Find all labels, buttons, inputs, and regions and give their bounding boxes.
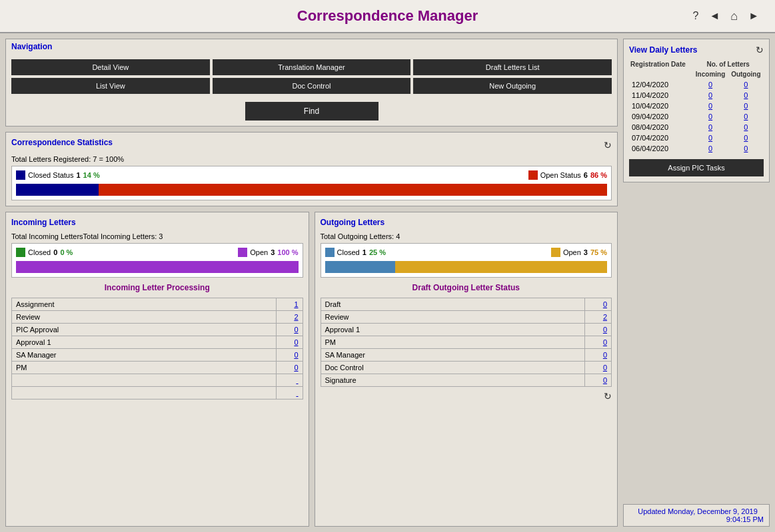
navigation-buttons: Detail View Translation Manager Draft Le… xyxy=(6,54,617,99)
outgoing-title: Outgoing Letters xyxy=(321,218,612,227)
table-row: PM0 xyxy=(321,336,612,349)
table-row: Doc Control0 xyxy=(321,362,612,374)
table-row: 10/04/2020 0 0 xyxy=(629,101,764,111)
table-row: Assignment1 xyxy=(12,298,303,311)
outgoing-draft-table: Draft0 Review2 Approval 10 PM0 SA Manage… xyxy=(321,298,612,387)
closed-color-swatch xyxy=(16,170,25,180)
new-outgoing-button[interactable]: New Outgoing xyxy=(413,78,612,94)
table-row: Approval 10 xyxy=(12,336,303,349)
table-row xyxy=(12,387,303,399)
table-row: 06/04/2020 0 0 xyxy=(629,143,764,154)
table-row: 07/04/2020 0 0 xyxy=(629,133,764,143)
app-header: Correspondence Manager ? ◄ ⌂ ► xyxy=(0,0,775,33)
outgoing-open-bar xyxy=(395,261,607,273)
stats-refresh-icon[interactable]: ↻ xyxy=(604,140,612,150)
main-content: Navigation Detail View Translation Manag… xyxy=(0,33,775,532)
draft-letters-list-button[interactable]: Draft Letters List xyxy=(413,59,612,75)
table-subheader-row: Incoming Outgoing xyxy=(629,69,764,79)
table-row: 12/04/2020 0 0 xyxy=(629,79,764,90)
table-header-row: Registration Date No. of Letters xyxy=(629,59,764,69)
assign-pic-button[interactable]: Assign PIC Tasks xyxy=(629,159,764,176)
incoming-closed-swatch xyxy=(16,248,25,257)
bottom-panels: Incoming Letters Total Incoming LettersT… xyxy=(5,212,618,527)
translation-manager-button[interactable]: Translation Manager xyxy=(213,59,411,75)
table-row: PIC Approval0 xyxy=(12,324,303,336)
open-color-swatch xyxy=(528,170,538,180)
table-row xyxy=(12,374,303,387)
table-row: SA Manager0 xyxy=(321,349,612,362)
home-button[interactable]: ⌂ xyxy=(728,8,740,25)
navigation-title: Navigation xyxy=(6,39,617,54)
incoming-total: Total Incoming LettersTotal Incoming Let… xyxy=(11,232,303,240)
incoming-open-legend: Open 3 100 % xyxy=(238,248,298,257)
daily-letters-table: Registration Date No. of Letters Incomin… xyxy=(629,59,764,154)
outgoing-refresh-icon[interactable]: ↻ xyxy=(604,391,612,401)
navigation-section: Navigation Detail View Translation Manag… xyxy=(5,39,618,127)
find-row: Find xyxy=(6,99,617,126)
help-button[interactable]: ? xyxy=(690,9,702,23)
table-row: 11/04/2020 0 0 xyxy=(629,90,764,101)
table-row: SA Manager0 xyxy=(12,349,303,362)
closed-legend: Closed Status 1 14 % xyxy=(16,170,100,180)
footer-text: Updated Monday, December 9, 2019 9:04:15… xyxy=(623,504,770,527)
open-legend: Open Status 6 86 % xyxy=(528,170,607,180)
table-row: 08/04/2020 0 0 xyxy=(629,122,764,133)
outgoing-legend-row: Closed 1 25 % Open 3 75 % xyxy=(325,248,608,257)
detail-view-button[interactable]: Detail View xyxy=(11,59,210,75)
statistics-chart: Closed Status 1 14 % Open Status 6 86 % xyxy=(11,166,612,200)
table-row: PM0 xyxy=(12,362,303,374)
outgoing-open-legend: Open 3 75 % xyxy=(551,248,607,257)
app-title: Correspondence Manager xyxy=(13,7,762,25)
outgoing-closed-legend: Closed 1 25 % xyxy=(325,248,386,257)
outgoing-closed-swatch xyxy=(325,248,335,257)
processing-title: Incoming Letter Processing xyxy=(11,283,303,292)
table-row: Approval 10 xyxy=(321,324,612,336)
outgoing-bar xyxy=(325,261,608,273)
table-row: 09/04/2020 0 0 xyxy=(629,111,764,122)
header-controls: ? ◄ ⌂ ► xyxy=(690,8,762,25)
incoming-processing-table: Assignment1 Review2 PIC Approval0 Approv… xyxy=(11,298,303,399)
stats-header-row: Correspondence Statistics ↻ xyxy=(11,138,612,152)
doc-control-button[interactable]: Doc Control xyxy=(213,78,411,94)
outgoing-chart: Closed 1 25 % Open 3 75 % xyxy=(321,243,612,278)
incoming-section: Incoming Letters Total Incoming LettersT… xyxy=(5,212,309,527)
date-col-header: Registration Date xyxy=(629,59,692,69)
open-bar xyxy=(99,184,607,196)
view-daily-section: View Daily Letters ↻ Registration Date N… xyxy=(623,39,770,182)
find-button[interactable]: Find xyxy=(245,102,379,121)
statistics-section: Correspondence Statistics ↻ Total Letter… xyxy=(5,132,618,206)
stats-bar xyxy=(16,184,607,196)
incoming-open-swatch xyxy=(238,248,247,257)
incoming-col-subheader: Incoming xyxy=(692,69,728,79)
incoming-closed-legend: Closed 0 0 % xyxy=(16,248,73,257)
incoming-bar xyxy=(16,261,299,273)
outgoing-col-subheader: Outgoing xyxy=(728,69,764,79)
incoming-chart: Closed 0 0 % Open 3 100 % xyxy=(11,243,303,278)
right-panel: View Daily Letters ↻ Registration Date N… xyxy=(623,39,770,527)
outgoing-section: Outgoing Letters Total Outgoing Letters:… xyxy=(315,212,618,527)
table-row: Draft0 xyxy=(321,298,612,311)
back-button[interactable]: ◄ xyxy=(706,9,722,23)
view-daily-header: View Daily Letters ↻ xyxy=(629,45,764,55)
outgoing-total: Total Outgoing Letters: 4 xyxy=(321,232,612,240)
outgoing-closed-bar xyxy=(325,261,396,273)
forward-button[interactable]: ► xyxy=(746,9,762,23)
draft-outgoing-title: Draft Outgoing Letter Status xyxy=(321,283,612,292)
no-letters-col-header: No. of Letters xyxy=(692,59,764,69)
list-view-button[interactable]: List View xyxy=(11,78,210,94)
total-letters-label: Total Letters Registered: 7 = 100% xyxy=(11,155,612,163)
closed-bar xyxy=(16,184,99,196)
incoming-legend-row: Closed 0 0 % Open 3 100 % xyxy=(16,248,299,257)
table-row: Review2 xyxy=(12,311,303,324)
table-row: Signature0 xyxy=(321,374,612,387)
table-row: Review2 xyxy=(321,311,612,324)
incoming-open-bar xyxy=(16,261,299,273)
stats-legend-row: Closed Status 1 14 % Open Status 6 86 % xyxy=(16,170,607,180)
daily-refresh-icon[interactable]: ↻ xyxy=(756,45,764,55)
stats-title: Correspondence Statistics xyxy=(11,138,113,147)
incoming-title: Incoming Letters xyxy=(11,218,303,227)
view-daily-title: View Daily Letters xyxy=(629,45,698,55)
left-panel: Navigation Detail View Translation Manag… xyxy=(5,39,618,527)
outgoing-open-swatch xyxy=(551,248,560,257)
